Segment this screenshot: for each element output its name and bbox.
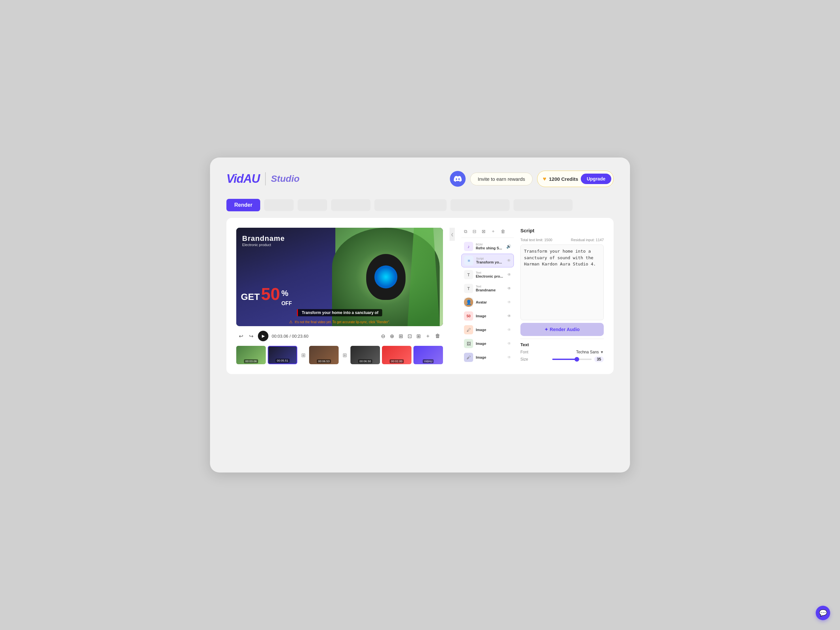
layer-avatar-icon (464, 298, 473, 307)
ad-brand-sub: Electronic product (242, 243, 285, 247)
delete-clip-button[interactable]: 🗑 (434, 332, 442, 341)
tab-3[interactable] (331, 199, 371, 211)
script-textarea[interactable]: Transform your home into a sanctuary of … (520, 245, 604, 320)
invite-button[interactable]: Invite to earn rewards (470, 172, 532, 185)
add-clip-button[interactable]: ＋ (424, 332, 432, 341)
current-time: 00:03.06 (272, 334, 289, 339)
font-value-area[interactable]: Techna Sans ▼ (576, 350, 604, 354)
layer-image-3-name: Image (476, 341, 505, 346)
credits-amount: 1200 Credits (549, 176, 578, 182)
tab-4[interactable] (374, 199, 447, 211)
layer-image-3-eye[interactable]: 👁 (507, 341, 511, 346)
layer-image-50-info: Image (476, 314, 505, 318)
layer-image-2-name: Image (476, 328, 505, 332)
plant-shape (407, 228, 440, 326)
timeline: 00:03.06 00:05.51 ⊞ 00:06.53 ⊞ 00:06.50 … (236, 346, 443, 364)
layer-image-50-icon: 50 (464, 311, 473, 321)
script-panel: Script Total text limit: 1500 Residual i… (520, 228, 604, 364)
crop-button[interactable]: ⊡ (406, 332, 413, 341)
layers-panel: ⧉ ⊟ ⊠ ＋ 🗑 ♪ BGM Refre shing S... 🔊 ≡ Scr… (461, 228, 514, 364)
layer-script-name: Transform yo... (476, 260, 504, 264)
undo-button[interactable]: ↩ (238, 332, 245, 341)
clip-4-time: 00:06.50 (358, 359, 372, 363)
render-button[interactable]: Render (226, 199, 260, 211)
collapse-panel-arrow[interactable]: ❮ (450, 228, 455, 241)
play-button[interactable]: ▶ (258, 331, 268, 341)
warning-icon: ⚠ (289, 320, 293, 324)
clip-5[interactable]: 00:02.00 (382, 346, 412, 364)
clip-2[interactable]: 00:05.51 (268, 346, 297, 364)
credits-icon: ♥ (543, 175, 546, 182)
clip-4[interactable]: 00:06.50 (351, 346, 380, 364)
clip-6-time: VidAU (423, 359, 433, 363)
video-preview: Brandname Electronic product GET 50 % OF… (236, 228, 443, 326)
text-properties: Text Font Techna Sans ▼ Size 35 (520, 339, 604, 364)
logo: VidAU (226, 172, 260, 186)
zoom-out-button[interactable]: ⊖ (380, 332, 387, 341)
logo-area: VidAU Studio (226, 172, 300, 186)
script-meta: Total text limit: 1500 Residual input: 1… (520, 238, 604, 242)
layer-script-eye[interactable]: 👁 (507, 258, 511, 263)
warning-text: It's not the final video yet. To get acc… (295, 320, 390, 324)
render-audio-button[interactable]: ✦ Render Audio (520, 323, 604, 336)
clip-5-time: 00:02.00 (390, 359, 404, 363)
clip-3[interactable]: 00:06.53 (309, 346, 339, 364)
video-panel: Brandname Electronic product GET 50 % OF… (236, 228, 443, 364)
layer-avatar-eye[interactable]: 👁 (507, 300, 511, 305)
layer-text-2-name: Brandname (476, 288, 505, 292)
layer-text-1[interactable]: T Text Electronic pro... 👁 (461, 268, 514, 281)
font-dropdown-icon: ▼ (600, 350, 604, 354)
zoom-in-button[interactable]: ⊕ (388, 332, 395, 341)
add-layer-tool[interactable]: ＋ (489, 228, 497, 235)
layer-image-50[interactable]: 50 Image 👁 (461, 309, 514, 322)
workspace: Brandname Electronic product GET 50 % OF… (226, 218, 614, 374)
layer-bgm-eye[interactable]: 🔊 (506, 244, 511, 249)
layer-image-4[interactable]: 🖋 Image 👁 (461, 351, 514, 364)
tab-5[interactable] (450, 199, 510, 211)
layer-avatar[interactable]: Avatar 👁 (461, 296, 514, 309)
layer-image-4-eye[interactable]: 👁 (507, 355, 511, 360)
clip-1[interactable]: 00:03.06 (236, 346, 266, 364)
ad-percent: 50 (261, 286, 280, 303)
align-v-tool[interactable]: ⊠ (480, 228, 487, 235)
ad-off-text: OFF (281, 300, 292, 306)
layer-image-3[interactable]: 🖼 Image 👁 (461, 337, 514, 350)
tab-2[interactable] (298, 199, 327, 211)
tab-1[interactable] (264, 199, 294, 211)
align-h-tool[interactable]: ⊟ (471, 228, 478, 235)
script-panel-title: Script (520, 228, 604, 235)
upgrade-button[interactable]: Upgrade (581, 174, 611, 184)
layer-text-1-eye[interactable]: 👁 (507, 272, 511, 277)
layer-image-2[interactable]: 🖊 Image 👁 (461, 323, 514, 336)
layer-avatar-info: Avatar (476, 300, 505, 304)
subtitle-bar: Transform your home into a sanctuary of (297, 309, 382, 316)
slider-thumb (575, 357, 579, 362)
layer-text-1-info: Text Electronic pro... (476, 272, 505, 278)
layer-script[interactable]: ≡ Script Transform yo... 👁 (461, 254, 514, 267)
avatar-face (464, 298, 473, 307)
logo-divider (265, 172, 266, 185)
layer-bgm[interactable]: ♪ BGM Refre shing S... 🔊 (461, 240, 514, 253)
layer-image-50-eye[interactable]: 👁 (507, 314, 511, 318)
tab-6[interactable] (513, 199, 573, 211)
layer-bgm-info: BGM Refre shing S... (476, 243, 504, 250)
size-label: Size (520, 357, 528, 362)
layer-bgm-type: BGM (476, 243, 504, 246)
split-1[interactable]: ⊞ (299, 351, 307, 359)
size-slider[interactable] (552, 358, 592, 360)
layer-text-2[interactable]: T Text Brandname 👁 (461, 282, 514, 295)
layer-image-2-eye[interactable]: 👁 (507, 327, 511, 332)
video-controls: ↩ ↪ ▶ 00:03.06 / 00:23.60 ⊖ ⊕ ⊞ ⊡ ⊞ ＋ 🗑 (236, 331, 443, 341)
toolbar-tabs: Render (226, 199, 614, 211)
discord-button[interactable] (450, 171, 466, 187)
align-button[interactable]: ⊞ (415, 332, 422, 341)
layer-image-2-icon: 🖊 (464, 325, 473, 334)
split-button[interactable]: ⊞ (397, 332, 404, 341)
layer-text-2-eye[interactable]: 👁 (507, 286, 511, 291)
chat-button[interactable]: 💬 (816, 606, 830, 620)
copy-tool[interactable]: ⧉ (463, 228, 469, 235)
clip-6[interactable]: VidAU (414, 346, 443, 364)
delete-layer-tool[interactable]: 🗑 (499, 228, 507, 235)
split-2[interactable]: ⊞ (341, 351, 349, 359)
redo-button[interactable]: ↪ (248, 332, 255, 341)
